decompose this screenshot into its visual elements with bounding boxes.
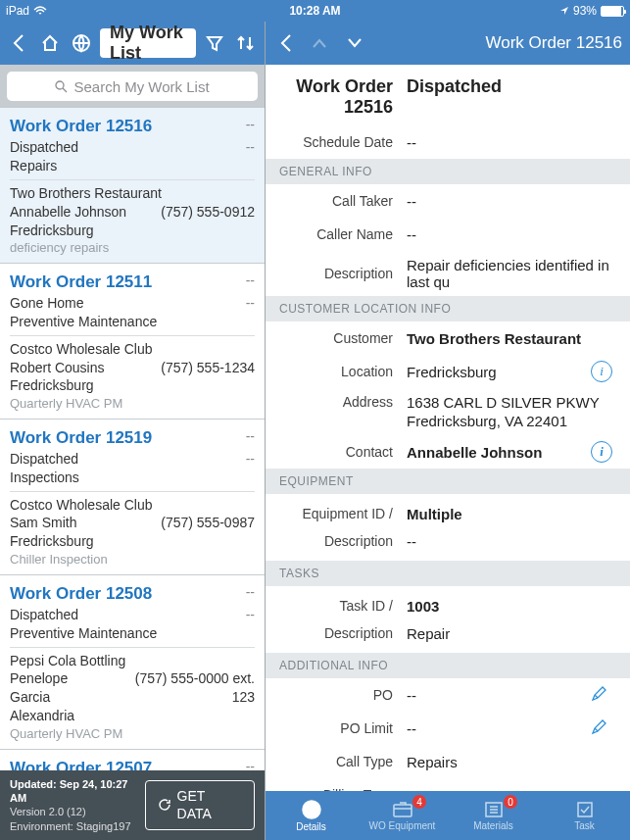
detail-navbar: Work Order 12516 [266,22,630,65]
task-desc: Repair [407,625,616,642]
task-id: 1003 [407,598,616,615]
section-tasks: TASKS [266,561,630,586]
calltype-value: Repairs [407,754,616,770]
section-general: GENERAL INFO [266,159,630,184]
back-button[interactable] [6,30,31,56]
equipment-desc: -- [407,533,616,550]
contact-info-button[interactable]: i [591,441,612,463]
address-line1: 1638 CARL D SILVER PKWY [407,394,600,411]
tab-details[interactable]: i Details [266,791,357,840]
refresh-icon [158,798,171,812]
sidebar-footer: Updated: Sep 24, 10:27 AM Version 2.0 (1… [0,770,265,840]
location-info-button[interactable]: i [591,361,612,382]
equipment-icon [392,801,413,818]
svg-point-1 [56,81,64,89]
wifi-icon [33,6,47,16]
svg-line-2 [63,88,67,92]
work-order-card[interactable]: Work Order 12519--Dispatched--Inspection… [0,420,265,575]
tab-tasks[interactable]: Task [539,791,630,840]
tab-wo-equipment[interactable]: 4 WO Equipment [357,791,448,840]
location-value: Fredricksburg [407,364,497,380]
status-bar: iPad 10:28 AM 93% [0,0,630,22]
footer-updated: Updated: Sep 24, 10:27 AM [10,777,145,806]
contact-value: Annabelle Johnson [407,444,542,461]
polimit-value: -- [407,720,416,737]
detail-panel: Work Order 12516 Work Order 12516 Dispat… [266,22,630,840]
location-icon [559,6,569,16]
call-taker-value: -- [407,193,616,210]
get-data-button[interactable]: GET DATA [145,780,255,829]
svg-rect-7 [578,803,592,816]
footer-version: Version 2.0 (12) [10,805,145,818]
eq-badge: 4 [412,795,426,809]
next-button[interactable] [342,30,367,56]
footer-env: Environment: Staging197 [10,819,145,833]
work-order-card[interactable]: Work Order 12516--Dispatched--RepairsTwo… [0,108,265,264]
detail-status: Dispatched [407,76,616,118]
tab-bar: i Details 4 WO Equipment 0 Materials Tas… [266,791,630,840]
sidebar-panel: My Work List Search My Work List Work Or… [0,22,266,840]
carrier: iPad [6,4,29,18]
address-line2: Fredricksburg, VA 22401 [407,413,567,429]
battery-pct: 93% [573,4,597,18]
caller-name-value: -- [407,226,616,243]
globe-button[interactable] [69,30,94,56]
detail-back-button[interactable] [273,30,299,56]
detail-scroll[interactable]: Work Order 12516 Dispatched Schedule Dat… [266,65,630,791]
filter-button[interactable] [202,30,227,56]
tab-materials[interactable]: 0 Materials [448,791,539,840]
work-order-card[interactable]: Work Order 12507--Dispatched--RepairsTwo… [0,750,265,770]
search-wrap: Search My Work List [0,65,265,108]
section-customer: CUSTOMER LOCATION INFO [266,296,630,321]
schedule-date-value: -- [407,134,616,151]
work-order-list[interactable]: Work Order 12516--Dispatched--RepairsTwo… [0,108,265,770]
equipment-id: Multiple [407,506,616,522]
section-equipment: EQUIPMENT [266,469,630,494]
po-edit-button[interactable] [591,686,606,705]
description-value: Repair deficiencies identified in last q… [407,257,616,290]
battery-icon [601,6,624,17]
svg-rect-5 [394,805,412,816]
sort-button[interactable] [233,30,259,56]
work-order-card[interactable]: Work Order 12508--Dispatched--Preventive… [0,575,265,750]
sidebar-title: My Work List [100,28,196,58]
mat-badge: 0 [504,795,517,809]
status-time: 10:28 AM [0,4,630,18]
tasks-icon [576,801,594,818]
prev-button[interactable] [307,30,332,56]
materials-icon [484,801,504,818]
section-additional: ADDITIONAL INFO [266,653,630,678]
polimit-edit-button[interactable] [591,719,606,738]
sidebar-navbar: My Work List [0,22,265,65]
home-button[interactable] [37,30,63,56]
detail-nav-title: Work Order 12516 [367,33,622,53]
customer-value: Two Brothers Restaurant [407,330,616,347]
schedule-date-label: Schedule Date [279,134,407,150]
search-input[interactable]: Search My Work List [7,72,258,101]
po-value: -- [407,687,416,704]
detail-title-label: Work Order 12516 [279,76,407,118]
work-order-card[interactable]: Work Order 12511--Gone Home--Preventive … [0,264,265,420]
details-icon: i [302,800,321,819]
search-icon [55,80,68,93]
